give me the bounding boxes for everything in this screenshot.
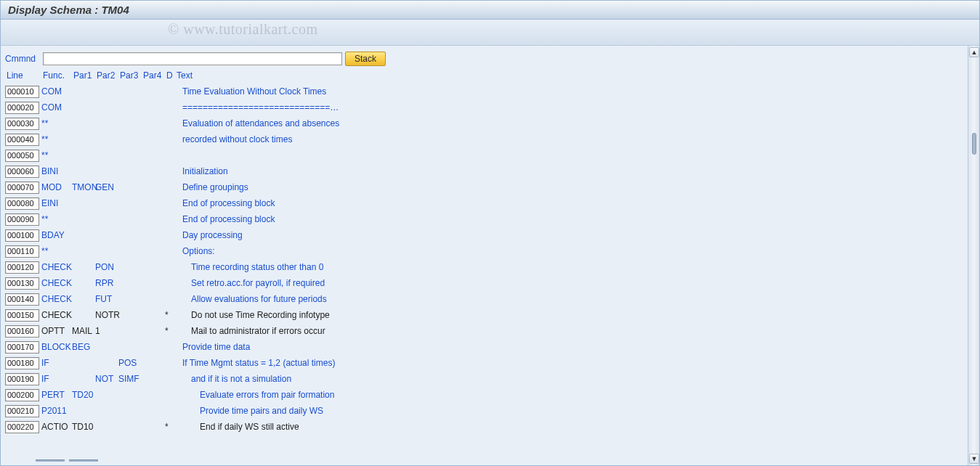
line-number-input[interactable]: [5, 261, 39, 274]
line-number-input[interactable]: [5, 357, 39, 369]
text-cell: End if daily WS still active: [175, 422, 963, 432]
scroll-thumb[interactable]: [972, 133, 976, 155]
line-number-input[interactable]: [5, 389, 39, 401]
d-cell: *: [165, 310, 175, 320]
func-cell: CHECK: [41, 278, 72, 288]
line-number-input[interactable]: [5, 165, 39, 178]
line-number-input[interactable]: [5, 405, 39, 417]
schema-row: **: [5, 147, 963, 163]
header-d: D: [166, 70, 177, 81]
line-number-input[interactable]: [5, 118, 39, 130]
header-text: Text: [177, 70, 963, 81]
line-number-input[interactable]: [5, 277, 39, 290]
resize-nub[interactable]: [36, 459, 65, 462]
func-cell: IF: [41, 358, 72, 368]
line-number-input[interactable]: [5, 421, 39, 433]
text-cell: Options:: [175, 246, 963, 256]
par2-cell: PON: [95, 262, 118, 272]
func-cell: OPTT: [41, 326, 72, 336]
schema-row: P2011Provide time pairs and daily WS: [5, 403, 963, 419]
func-cell: CHECK: [41, 262, 72, 272]
text-cell: Define groupings: [175, 182, 963, 192]
text-cell: Day processing: [175, 230, 963, 240]
schema-row: BINIInitialization: [5, 163, 963, 179]
par1-cell: TD20: [72, 390, 95, 400]
line-number-input[interactable]: [5, 86, 39, 98]
resize-nub[interactable]: [69, 459, 98, 462]
par1-cell: TMON: [72, 182, 95, 192]
func-cell: **: [41, 214, 72, 224]
func-cell: IF: [41, 374, 72, 384]
func-cell: **: [41, 150, 72, 160]
func-cell: PERT: [41, 390, 72, 400]
header-par2: Par2: [97, 70, 120, 81]
func-cell: BLOCK: [41, 342, 72, 352]
header-func: Func.: [43, 70, 73, 81]
vertical-scrollbar[interactable]: ▲ ▼: [968, 46, 979, 465]
title-bar: Display Schema : TM04: [1, 1, 979, 20]
scroll-up-arrow[interactable]: ▲: [969, 47, 979, 57]
schema-row: IFPOSIf Time Mgmt status = 1,2 (actual t…: [5, 355, 963, 371]
text-cell: Set retro.acc.for payroll, if required: [175, 278, 963, 288]
par2-cell: 1: [95, 326, 118, 336]
func-cell: EINI: [41, 198, 72, 208]
line-number-input[interactable]: [5, 341, 39, 353]
scroll-down-arrow[interactable]: ▼: [969, 454, 979, 464]
column-headers: Line Func. Par1 Par2 Par3 Par4 D Text: [5, 70, 963, 81]
line-number-input[interactable]: [5, 373, 39, 385]
line-number-input[interactable]: [5, 213, 39, 226]
schema-row: COM=============================…: [5, 99, 963, 115]
line-number-input[interactable]: [5, 102, 39, 114]
line-number-input[interactable]: [5, 229, 39, 242]
d-cell: *: [165, 422, 175, 432]
text-cell: Provide time data: [175, 342, 963, 352]
text-cell: If Time Mgmt status = 1,2 (actual times): [175, 358, 963, 368]
line-number-input[interactable]: [5, 181, 39, 194]
schema-row: ACTIOTD10*End if daily WS still active: [5, 419, 963, 435]
text-cell: Mail to administrator if errors occur: [175, 326, 963, 336]
func-cell: COM: [41, 86, 72, 97]
par2-cell: NOTR: [95, 310, 118, 320]
d-cell: *: [165, 326, 175, 336]
bottom-resize-strip: [36, 459, 98, 464]
text-cell: End of processing block: [175, 214, 963, 224]
line-number-input[interactable]: [5, 134, 39, 146]
command-input[interactable]: [43, 52, 342, 65]
text-cell: Time recording status other than 0: [175, 262, 963, 272]
text-cell: Provide time pairs and daily WS: [175, 406, 963, 416]
text-cell: and if it is not a simulation: [175, 374, 963, 384]
stack-button[interactable]: Stack: [345, 52, 386, 66]
line-number-input[interactable]: [5, 197, 39, 210]
line-number-input[interactable]: [5, 150, 39, 162]
schema-row: IFNOTSIMFand if it is not a simulation: [5, 371, 963, 387]
line-number-input[interactable]: [5, 293, 39, 306]
content-wrap: Cmmnd Stack Line Func. Par1 Par2 Par3 Pa…: [1, 46, 979, 465]
header-par4: Par4: [143, 70, 166, 81]
func-cell: **: [41, 134, 72, 144]
text-cell: Initialization: [175, 166, 963, 176]
par2-cell: FUT: [95, 294, 118, 304]
text-cell: Allow evaluations for future periods: [175, 294, 963, 304]
header-par1: Par1: [73, 70, 97, 81]
func-cell: **: [41, 246, 72, 256]
schema-row: **recorded without clock times: [5, 131, 963, 147]
main-area: Cmmnd Stack Line Func. Par1 Par2 Par3 Pa…: [1, 46, 968, 465]
schema-row: CHECKNOTR*Do not use Time Recording info…: [5, 307, 963, 323]
text-cell: Evaluate errors from pair formation: [175, 390, 963, 400]
par2-cell: NOT: [95, 374, 118, 384]
line-number-input[interactable]: [5, 325, 39, 338]
line-number-input[interactable]: [5, 309, 39, 322]
func-cell: CHECK: [41, 294, 72, 304]
text-cell: Do not use Time Recording infotype: [175, 310, 963, 320]
command-row: Cmmnd Stack: [5, 52, 963, 66]
schema-row: BLOCKBEGProvide time data: [5, 339, 963, 355]
func-cell: ACTIO: [41, 422, 72, 432]
page-title: Display Schema : TM04: [8, 4, 129, 16]
schema-row: COMTime Evaluation Without Clock Times: [5, 83, 963, 99]
schema-row: CHECKRPRSet retro.acc.for payroll, if re…: [5, 275, 963, 291]
schema-row: **Options:: [5, 243, 963, 259]
line-number-input[interactable]: [5, 245, 39, 258]
par1-cell: MAIL: [72, 326, 95, 336]
func-cell: CHECK: [41, 310, 72, 320]
par1-cell: TD10: [72, 422, 95, 432]
